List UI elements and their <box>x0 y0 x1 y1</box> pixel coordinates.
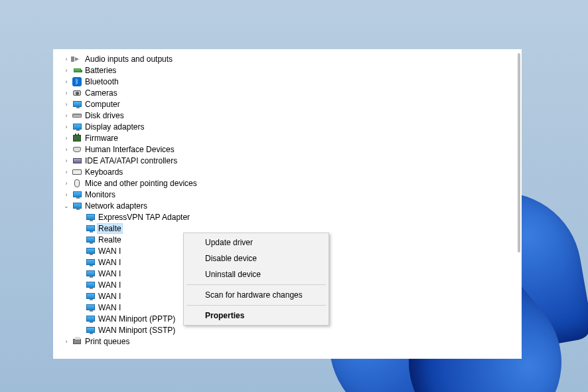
tree-item-label: IDE ATA/ATAPI controllers <box>85 156 177 165</box>
network-adapter-icon <box>85 246 96 256</box>
tree-item-print-queues[interactable]: › Print queues <box>53 336 522 347</box>
tree-item-network-adapters[interactable]: ⌄ Network adapters <box>53 200 522 211</box>
chevron-right-icon[interactable]: › <box>62 78 70 85</box>
tree-item-ide[interactable]: › IDE ATA/ATAPI controllers <box>53 155 522 166</box>
keyboard-icon <box>72 167 82 177</box>
tree-item-label: Monitors <box>85 190 115 199</box>
chevron-right-icon[interactable]: › <box>62 135 70 142</box>
battery-icon <box>72 65 82 76</box>
device-label: WAN I <box>98 303 121 312</box>
network-adapter-icon <box>85 268 96 279</box>
tree-item-label: Firmware <box>85 134 118 143</box>
chevron-right-icon[interactable]: › <box>62 112 70 119</box>
tree-item-firmware[interactable]: › Firmware <box>53 132 522 144</box>
device-label: WAN I <box>98 292 121 301</box>
menu-properties[interactable]: Properties <box>185 308 327 324</box>
tree-item-computer[interactable]: › Computer <box>53 98 522 110</box>
bluetooth-icon: ᛒ <box>72 76 82 87</box>
chevron-right-icon[interactable]: › <box>62 338 70 345</box>
tree-item-label: Print queues <box>85 337 129 346</box>
tree-item-disk-drives[interactable]: › Disk drives <box>53 110 522 121</box>
chevron-right-icon[interactable]: › <box>62 169 70 175</box>
device-label: WAN I <box>98 280 121 290</box>
chevron-right-icon[interactable]: › <box>62 124 70 130</box>
printer-icon <box>72 336 82 347</box>
tree-item-label: Human Interface Devices <box>85 145 175 154</box>
tree-item-label: Network adapters <box>85 201 147 211</box>
network-adapter-icon <box>85 325 96 336</box>
tree-item-label: Computer <box>85 100 120 109</box>
tree-item-cameras[interactable]: › Cameras <box>53 87 522 98</box>
network-adapter-icon <box>85 235 96 245</box>
tree-item-monitors[interactable]: › Monitors <box>53 189 522 200</box>
network-adapter-icon <box>85 291 96 302</box>
firmware-icon <box>72 133 82 144</box>
device-label: WAN I <box>98 269 121 278</box>
device-item[interactable]: WAN Miniport (SSTP) <box>53 324 522 336</box>
tree-item-mice[interactable]: › Mice and other pointing devices <box>53 177 522 189</box>
tree-item-label: Mice and other pointing devices <box>85 179 197 188</box>
tree-item-bluetooth[interactable]: › ᛒ Bluetooth <box>53 76 522 87</box>
camera-icon <box>72 88 82 98</box>
chevron-right-icon[interactable]: › <box>62 157 70 164</box>
menu-scan-hardware[interactable]: Scan for hardware changes <box>185 287 327 303</box>
tree-item-label: Disk drives <box>85 111 124 120</box>
device-item[interactable]: ExpressVPN TAP Adapter <box>53 211 522 223</box>
scrollbar[interactable] <box>518 53 520 252</box>
menu-disable-device[interactable]: Disable device <box>185 250 327 266</box>
audio-icon <box>72 54 82 64</box>
tree-item-label: Audio inputs and outputs <box>85 54 173 64</box>
network-adapter-icon <box>85 257 96 268</box>
context-menu: Update driver Disable device Uninstall d… <box>183 233 329 326</box>
network-icon <box>72 201 82 211</box>
network-adapter-icon <box>85 280 96 290</box>
display-icon <box>72 122 82 132</box>
device-label: WAN Miniport (SSTP) <box>98 326 175 335</box>
device-label: WAN I <box>98 258 121 267</box>
device-manager-window: › Audio inputs and outputs › Batteries ›… <box>53 49 522 359</box>
device-label: WAN Miniport (PPTP) <box>98 314 175 324</box>
computer-icon <box>72 99 82 110</box>
device-label: ExpressVPN TAP Adapter <box>98 213 190 222</box>
chevron-right-icon[interactable]: › <box>62 146 70 153</box>
chevron-right-icon[interactable]: › <box>62 180 70 187</box>
tree-item-label: Keyboards <box>85 167 123 177</box>
menu-separator <box>186 284 326 285</box>
tree-item-label: Cameras <box>85 88 117 98</box>
chevron-down-icon[interactable]: ⌄ <box>62 203 70 209</box>
tree-item-label: Batteries <box>85 66 116 75</box>
device-label: WAN I <box>98 246 121 256</box>
device-label: Realte <box>97 223 123 234</box>
tree-item-label: Display adapters <box>85 122 144 132</box>
device-label: Realte <box>98 235 121 245</box>
tree-item-hid[interactable]: › Human Interface Devices <box>53 144 522 155</box>
tree-item-audio[interactable]: › Audio inputs and outputs <box>53 53 522 64</box>
chevron-right-icon[interactable]: › <box>62 191 70 198</box>
hid-icon <box>72 144 82 155</box>
monitor-icon <box>72 189 82 200</box>
tree-item-batteries[interactable]: › Batteries <box>53 64 522 76</box>
tree-item-keyboards[interactable]: › Keyboards <box>53 166 522 177</box>
tree-item-label: Bluetooth <box>85 77 119 86</box>
chevron-right-icon[interactable]: › <box>62 101 70 108</box>
disk-icon <box>72 110 82 121</box>
network-adapter-icon <box>85 212 96 223</box>
menu-update-driver[interactable]: Update driver <box>185 235 327 250</box>
network-adapter-icon <box>85 314 96 324</box>
mouse-icon <box>72 178 82 189</box>
chevron-right-icon[interactable]: › <box>62 90 70 96</box>
tree-item-display-adapters[interactable]: › Display adapters <box>53 121 522 132</box>
network-adapter-icon <box>85 223 96 234</box>
chevron-right-icon[interactable]: › <box>62 56 70 62</box>
chevron-right-icon[interactable]: › <box>62 67 70 74</box>
menu-separator <box>186 305 326 306</box>
ide-icon <box>72 155 82 166</box>
menu-uninstall-device[interactable]: Uninstall device <box>185 266 327 282</box>
network-adapter-icon <box>85 302 96 313</box>
